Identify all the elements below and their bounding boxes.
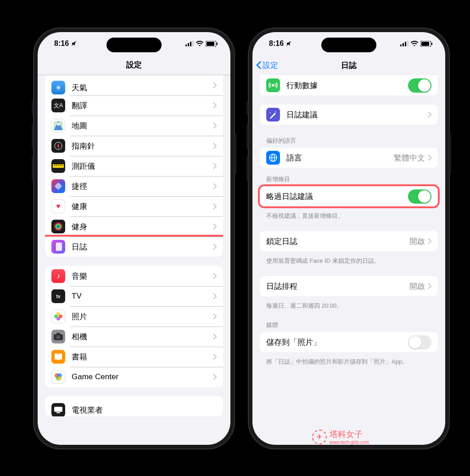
svg-point-9: [57, 123, 60, 126]
svg-rect-40: [407, 41, 408, 46]
row-shortcuts[interactable]: 捷徑: [45, 176, 223, 196]
row-measure[interactable]: 測距儀: [45, 156, 223, 176]
row-translate[interactable]: 文A 翻譯: [45, 95, 223, 116]
row-label: 日誌建議: [286, 110, 428, 120]
watermark-name: 塔科女子: [330, 429, 369, 440]
row-journal[interactable]: 日誌: [45, 237, 223, 257]
svg-point-28: [56, 335, 60, 339]
svg-rect-35: [56, 412, 60, 413]
row-detail: 繁體中文: [394, 153, 425, 163]
row-gamecenter[interactable]: Game Center: [45, 367, 223, 387]
save-photos-toggle[interactable]: [408, 335, 431, 349]
chevron-left-icon: [256, 61, 262, 70]
svg-rect-1: [185, 44, 187, 46]
battery-icon: [420, 41, 432, 47]
journal-settings[interactable]: 行動數據 日誌建議 偏好的語言 語言 繁體中文: [252, 75, 445, 445]
cellular-signal-icon: [400, 41, 408, 46]
back-button[interactable]: 設定: [256, 60, 278, 71]
section-header-language: 偏好的語言: [252, 134, 445, 148]
chevron-right-icon: [213, 244, 217, 250]
row-label: 測距儀: [72, 161, 213, 172]
status-time: 8:16: [54, 39, 69, 48]
chevron-right-icon: [213, 102, 217, 109]
nav-title: 設定: [126, 60, 142, 70]
svg-rect-4: [192, 41, 194, 46]
chevron-right-icon: [213, 374, 217, 380]
measure-icon: [51, 159, 65, 173]
row-schedule[interactable]: 日誌排程 開啟: [260, 276, 438, 296]
svg-rect-38: [403, 43, 404, 46]
row-camera[interactable]: 相機: [45, 327, 223, 347]
health-icon: ♥: [51, 199, 65, 213]
row-label: 照片: [72, 311, 213, 322]
row-save-to-photos[interactable]: 儲存到「照片」: [260, 332, 438, 352]
row-music[interactable]: ♪ 音樂: [45, 266, 223, 286]
svg-rect-2: [188, 43, 189, 46]
compass-icon: [51, 139, 65, 153]
row-detail: 開啟: [409, 281, 425, 292]
row-fitness[interactable]: 健身: [45, 216, 223, 237]
row-label: 健身: [72, 221, 213, 232]
svg-rect-22: [55, 243, 56, 251]
row-tv[interactable]: tv TV: [45, 286, 223, 306]
row-label: 翻譯: [72, 100, 213, 111]
chevron-right-icon: [213, 143, 217, 149]
shortcuts-icon: [51, 179, 65, 193]
settings-list[interactable]: ☀ 天氣 文A 翻譯 地圖 指南針: [38, 75, 230, 445]
chevron-right-icon: [213, 333, 217, 340]
cellular-toggle[interactable]: [408, 78, 431, 93]
row-label: 天氣: [72, 83, 213, 93]
svg-point-45: [275, 111, 276, 112]
tv-provider-icon: [51, 403, 65, 416]
row-label: 電視業者: [72, 405, 217, 415]
screen-left: 8:16 設定 ☀ 天氣 文A 翻譯: [38, 32, 230, 445]
row-photos[interactable]: 照片: [45, 306, 223, 327]
row-label: 語言: [286, 153, 394, 163]
maps-icon: [51, 119, 65, 133]
suggestions-icon: [266, 108, 280, 122]
volume-up-button: [246, 124, 248, 149]
music-icon: ♪: [51, 269, 65, 283]
row-suggestions[interactable]: 日誌建議: [260, 105, 438, 125]
chevron-right-icon: [428, 238, 431, 244]
row-health[interactable]: ♥ 健康: [45, 196, 223, 216]
footer-schedule: 每週日、週二和週四 20:00。: [252, 299, 445, 313]
nav-title: 日誌: [341, 60, 357, 71]
row-label: 音樂: [72, 271, 213, 282]
svg-point-46: [270, 112, 271, 113]
svg-rect-17: [55, 183, 62, 190]
row-language[interactable]: 語言 繁體中文: [260, 148, 438, 168]
svg-rect-29: [56, 333, 60, 335]
row-skip-suggestions[interactable]: 略過日誌建議: [260, 186, 438, 206]
status-time: 8:16: [269, 39, 284, 48]
svg-rect-3: [190, 42, 191, 46]
row-lock-journal[interactable]: 鎖定日誌 開啟: [260, 231, 438, 251]
weather-icon: ☀: [51, 81, 65, 94]
books-icon: [51, 350, 65, 364]
chevron-right-icon: [428, 155, 431, 161]
cellular-icon: [266, 78, 280, 92]
phone-frame-left: 8:16 設定 ☀ 天氣 文A 翻譯: [33, 28, 235, 449]
row-label: 行動數據: [286, 80, 408, 91]
row-cellular-data[interactable]: 行動數據: [260, 75, 438, 95]
chevron-right-icon: [213, 122, 217, 129]
row-label: 地圖: [72, 121, 213, 131]
row-compass[interactable]: 指南針: [45, 136, 223, 156]
chevron-right-icon: [213, 313, 217, 320]
skip-suggestions-toggle[interactable]: [408, 189, 431, 204]
section-header-media: 媒體: [252, 318, 445, 332]
silent-mode-icon: [285, 40, 292, 47]
dynamic-island: [106, 38, 162, 52]
row-label: 略過日誌建議: [266, 191, 408, 202]
journal-icon: [51, 240, 65, 254]
svg-rect-34: [54, 407, 62, 412]
power-button: [449, 133, 451, 174]
tv-icon: tv: [51, 289, 65, 303]
row-label: 書籍: [72, 352, 213, 362]
row-weather[interactable]: ☀ 天氣: [45, 75, 223, 95]
row-books[interactable]: 書籍: [45, 347, 223, 367]
row-tv-provider[interactable]: 電視業者: [45, 396, 223, 416]
row-maps[interactable]: 地圖: [45, 116, 223, 136]
chevron-right-icon: [213, 163, 217, 169]
camera-icon: [51, 330, 65, 343]
